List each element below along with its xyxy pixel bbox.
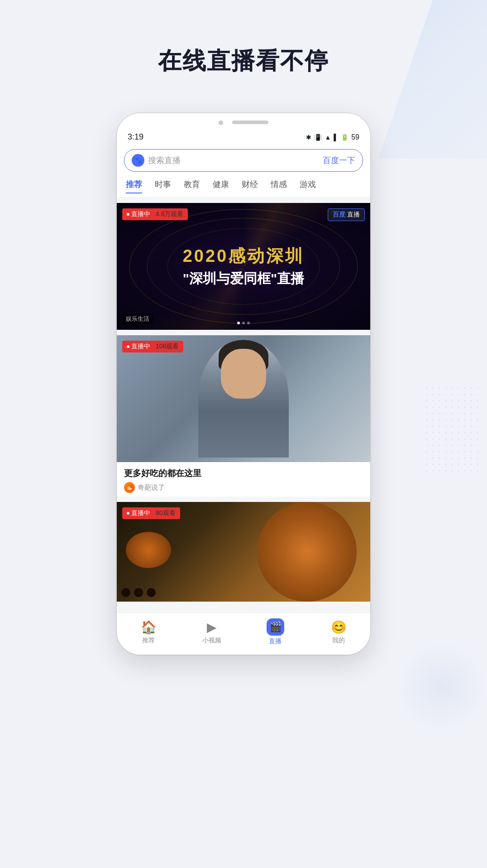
live-icon: 🎬 — [267, 618, 284, 636]
card1-year-text: 2020感动深圳 — [183, 245, 305, 268]
baidu-icon: 🐾 — [132, 154, 144, 167]
live-badge-inner-3: 直播中 — [127, 509, 150, 517]
live-badge-inner-1: 直播中 — [127, 210, 150, 218]
card2-author: 🍜 奇葩说了 — [124, 482, 363, 493]
live-dot-1 — [127, 213, 129, 216]
card1-indicator — [237, 322, 250, 324]
bg-decoration-bottom — [396, 641, 487, 732]
bluetooth-icon: ✱ — [306, 134, 311, 141]
nav-profile-label: 我的 — [332, 637, 345, 645]
person-face — [221, 349, 266, 399]
person-figure — [198, 340, 289, 458]
wifi-icon: ▲ — [325, 134, 331, 141]
food-dot-3 — [147, 588, 156, 597]
entertainment-tag: 娱乐生活 — [122, 313, 153, 324]
live-text-badge: 直播 — [347, 211, 360, 219]
card2-image: 直播中 108观看 — [117, 335, 370, 462]
phone-speaker — [232, 121, 268, 124]
nav-home-label: 推荐 — [142, 637, 155, 645]
nav-live-label: 直播 — [269, 637, 282, 646]
vibrate-icon: 📳 — [314, 134, 322, 141]
baidu-logo-text: 百度 — [333, 211, 345, 219]
food-dark-items — [121, 588, 156, 597]
nav-home[interactable]: 🏠 推荐 — [130, 620, 167, 645]
bg-dots-decoration — [424, 385, 478, 476]
card1-main-text: "深圳与爱同框"直播 — [183, 270, 305, 288]
card1-image: 2020感动深圳 "深圳与爱同框"直播 直播中 4.6万观看 百度 — [117, 203, 370, 330]
live-dot-2 — [127, 345, 129, 348]
food-dot-2 — [134, 588, 143, 597]
signal-icon: ▌ — [334, 134, 338, 141]
card3-viewers: 80观看 — [156, 509, 176, 517]
live-badge-2: 直播中 108观看 — [122, 341, 183, 352]
food-orange — [126, 532, 171, 568]
nav-live[interactable]: 🎬 直播 — [257, 618, 293, 646]
author-avatar: 🍜 — [124, 482, 135, 493]
food-mooncake — [257, 502, 357, 602]
card2-title: 更多好吃的都在这里 — [124, 468, 363, 479]
category-tabs: 推荐 时事 教育 健康 财经 情感 游戏 — [117, 174, 370, 198]
tab-health[interactable]: 健康 — [213, 179, 229, 193]
hero-title: 在线直播看不停 — [158, 45, 329, 77]
tab-recommend[interactable]: 推荐 — [126, 179, 142, 193]
status-icons: ✱ 📳 ▲ ▌ 🔋 59 — [306, 133, 359, 141]
status-time: 3:19 — [128, 132, 143, 142]
baidu-paw-icon: 🐾 — [134, 157, 142, 164]
phone-camera — [219, 121, 223, 125]
profile-icon: 😊 — [331, 620, 347, 635]
search-bar[interactable]: 🐾 搜索直播 百度一下 — [124, 149, 363, 172]
search-button[interactable]: 百度一下 — [323, 155, 355, 166]
live-badge-inner-2: 直播中 — [127, 342, 150, 351]
phone-mockup: 3:19 ✱ 📳 ▲ ▌ 🔋 59 🐾 搜索直播 百度一下 推荐 — [117, 113, 370, 655]
bg-decoration-top-right — [351, 0, 487, 159]
bottom-nav: 🏠 推荐 ▶ 小视频 🎬 直播 😊 我的 — [117, 612, 370, 655]
tab-finance[interactable]: 财经 — [242, 179, 258, 193]
content-area: 2020感动深圳 "深圳与爱同框"直播 直播中 4.6万观看 百度 — [117, 198, 370, 612]
live-badge-text-3: 直播中 — [131, 509, 150, 517]
search-input[interactable]: 搜索直播 — [148, 155, 319, 166]
phone-frame: 3:19 ✱ 📳 ▲ ▌ 🔋 59 🐾 搜索直播 百度一下 推荐 — [117, 113, 370, 655]
live-badge-3: 直播中 80观看 — [122, 507, 180, 519]
nav-video[interactable]: ▶ 小视频 — [194, 620, 230, 645]
author-name: 奇葩说了 — [138, 483, 165, 492]
battery-percentage: 59 — [351, 133, 359, 141]
card1-content: 2020感动深圳 "深圳与爱同框"直播 — [183, 245, 305, 288]
tab-education[interactable]: 教育 — [184, 179, 200, 193]
live-badge-text-2: 直播中 — [131, 342, 150, 351]
card1-viewers: 4.6万观看 — [156, 210, 183, 218]
tab-game[interactable]: 游戏 — [300, 179, 316, 193]
live-badge-1: 直播中 4.6万观看 — [122, 208, 188, 220]
battery-icon: 🔋 — [341, 134, 349, 141]
tab-news[interactable]: 时事 — [155, 179, 171, 193]
live-dot-3 — [127, 512, 129, 515]
dot-1 — [237, 322, 240, 324]
status-bar: 3:19 ✱ 📳 ▲ ▌ 🔋 59 — [117, 129, 370, 145]
card2-viewers: 108观看 — [156, 342, 179, 351]
phone-top-bar — [117, 113, 370, 129]
nav-video-label: 小视频 — [202, 637, 221, 645]
nav-profile[interactable]: 😊 我的 — [320, 620, 357, 645]
search-bar-container: 🐾 搜索直播 百度一下 — [117, 145, 370, 174]
tab-emotion[interactable]: 情感 — [271, 179, 287, 193]
home-icon: 🏠 — [141, 620, 157, 635]
live-badge-text-1: 直播中 — [131, 210, 150, 218]
live-card-1[interactable]: 2020感动深圳 "深圳与爱同框"直播 直播中 4.6万观看 百度 — [117, 203, 370, 330]
live-card-3[interactable]: 直播中 80观看 — [117, 502, 370, 602]
baidu-live-badge: 百度 直播 — [328, 208, 365, 221]
live-card-2[interactable]: 直播中 108观看 更多好吃的都在这里 🍜 奇葩说了 — [117, 335, 370, 497]
dot-3 — [247, 322, 250, 324]
card3-image: 直播中 80观看 — [117, 502, 370, 602]
video-icon: ▶ — [207, 620, 217, 635]
card2-info: 更多好吃的都在这里 🍜 奇葩说了 — [117, 462, 370, 497]
food-dot-1 — [121, 588, 130, 597]
dot-2 — [242, 322, 245, 324]
